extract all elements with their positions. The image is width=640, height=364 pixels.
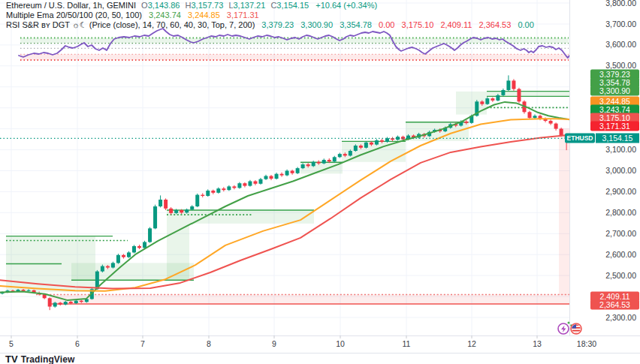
candle bbox=[211, 191, 215, 193]
candle bbox=[480, 101, 484, 104]
axis-label: 3,600.00 bbox=[605, 40, 636, 49]
candle bbox=[512, 80, 515, 89]
candle bbox=[216, 188, 220, 193]
axis-label: 2,800.00 bbox=[605, 208, 636, 217]
candle bbox=[190, 206, 194, 209]
axis-label: 3,800.00 bbox=[605, 0, 636, 8]
candle bbox=[322, 160, 326, 164]
candle bbox=[195, 195, 199, 206]
sparkle-dot bbox=[568, 322, 570, 324]
candle bbox=[317, 162, 321, 164]
candle bbox=[106, 266, 110, 268]
rsi-sr-value-2: 3,300.90 bbox=[300, 20, 333, 29]
candle bbox=[253, 182, 257, 184]
candle bbox=[370, 143, 373, 145]
candle bbox=[137, 246, 141, 248]
candle bbox=[375, 140, 379, 145]
tradingview-logo-text: TradingView bbox=[21, 354, 75, 364]
candle bbox=[53, 302, 57, 306]
candle bbox=[549, 121, 553, 124]
event-icon-us-flag[interactable] bbox=[571, 323, 581, 334]
candle bbox=[164, 200, 168, 209]
symbol-tag: ETHUSD bbox=[567, 134, 593, 142]
candle bbox=[153, 206, 157, 228]
axis-label: 3,500.00 bbox=[605, 61, 636, 70]
ema20-value: 3,243.74 bbox=[149, 11, 181, 20]
candle bbox=[122, 255, 125, 257]
close-value: 3,154.15 bbox=[276, 1, 309, 10]
axis-label: 5 bbox=[9, 339, 14, 348]
rsi-sr-indicator-title[interactable]: RSI S&R ʙʏ DGT ☼☾ (Price (close), 14, 70… bbox=[6, 20, 255, 29]
legend: Ethereum / U.S. Dollar, 1h, GEMINI O3,14… bbox=[6, 1, 534, 30]
candle bbox=[69, 302, 73, 303]
rsi-sr-value-5: 3,175.10 bbox=[402, 20, 434, 29]
candle bbox=[554, 124, 558, 129]
candle bbox=[501, 90, 505, 95]
candle bbox=[174, 210, 178, 213]
candle bbox=[354, 146, 358, 151]
axis-label: 10 bbox=[336, 339, 345, 348]
tradingview-logo-icon: TV bbox=[5, 353, 18, 364]
candle bbox=[80, 301, 83, 302]
candle bbox=[248, 182, 252, 186]
red-zone bbox=[51, 295, 569, 305]
axis-label: 2,600.00 bbox=[605, 250, 636, 259]
rsi-sr-value-4: 0.00 bbox=[379, 20, 394, 29]
axis-label: 2,900.00 bbox=[605, 187, 636, 196]
change-value: +10.64 (+0.34%) bbox=[315, 1, 377, 10]
axis-label: 9 bbox=[272, 339, 276, 348]
rsi-band bbox=[20, 38, 569, 44]
price-level-label: 3,300.90 bbox=[590, 86, 639, 96]
candle bbox=[227, 186, 231, 190]
candle bbox=[158, 200, 162, 206]
rsi-sr-value-3: 3,354.78 bbox=[340, 20, 372, 29]
rsi-sr-value-1: 3,379.23 bbox=[261, 20, 294, 29]
candle bbox=[280, 174, 284, 176]
sr-zone bbox=[300, 162, 343, 173]
ema-indicator-title[interactable]: Multiple Ema 20/50/100 (20, 50, 100) bbox=[6, 11, 142, 20]
rsi-sr-value-6: 2,409.11 bbox=[440, 20, 472, 29]
candle bbox=[491, 98, 494, 101]
time-axis[interactable]: 567891011121318:30 bbox=[9, 335, 596, 348]
rsi-band bbox=[20, 54, 569, 60]
axis-label: 3,000.00 bbox=[605, 166, 636, 175]
candle bbox=[285, 171, 289, 176]
candle bbox=[343, 154, 347, 155]
candle bbox=[132, 246, 136, 252]
candle bbox=[64, 302, 68, 305]
candle bbox=[201, 195, 204, 196]
candle bbox=[127, 252, 131, 257]
price-axis[interactable]: 3,800.003,700.003,600.003,500.003,100.00… bbox=[565, 0, 639, 322]
candle bbox=[296, 168, 300, 173]
axis-label: 3,171.31 bbox=[599, 122, 630, 131]
candle bbox=[275, 174, 279, 179]
candle bbox=[264, 176, 268, 179]
axis-label: 3,700.00 bbox=[605, 20, 636, 29]
candle bbox=[169, 209, 173, 213]
candle bbox=[243, 183, 246, 185]
price-drop-stripe bbox=[559, 128, 569, 295]
legend-row-symbol: Ethereum / U.S. Dollar, 1h, GEMINI O3,14… bbox=[6, 1, 534, 11]
rsi-sr-value-8: 0.00 bbox=[518, 20, 533, 29]
rsi-sr-value-7: 2,364.53 bbox=[478, 20, 511, 29]
tradingview-logo[interactable]: TV TradingView bbox=[5, 353, 74, 364]
axis-label: 7 bbox=[140, 339, 145, 348]
high-value: 3,157.73 bbox=[191, 1, 223, 10]
candle bbox=[27, 290, 31, 291]
open-label: O bbox=[141, 1, 148, 10]
low-value: 3,137.21 bbox=[234, 1, 266, 10]
axis-label: 13 bbox=[533, 339, 542, 348]
candle bbox=[328, 160, 331, 161]
legend-row-rsi-sr: RSI S&R ʙʏ DGT ☼☾ (Price (close), 14, 70… bbox=[6, 20, 534, 30]
symbol-title[interactable]: Ethereum / U.S. Dollar, 1h, GEMINI bbox=[6, 1, 136, 10]
candle bbox=[111, 263, 115, 267]
axis-label: 8 bbox=[207, 339, 211, 348]
candle bbox=[517, 89, 521, 102]
candle bbox=[143, 242, 146, 248]
candle bbox=[464, 122, 468, 123]
candle bbox=[116, 255, 120, 263]
candle bbox=[528, 112, 532, 118]
chart-canvas[interactable]: 3,800.003,700.003,600.003,500.003,100.00… bbox=[0, 0, 640, 364]
last-price-label: ETHUSD3,154.15 bbox=[565, 134, 639, 143]
candle bbox=[560, 129, 563, 135]
